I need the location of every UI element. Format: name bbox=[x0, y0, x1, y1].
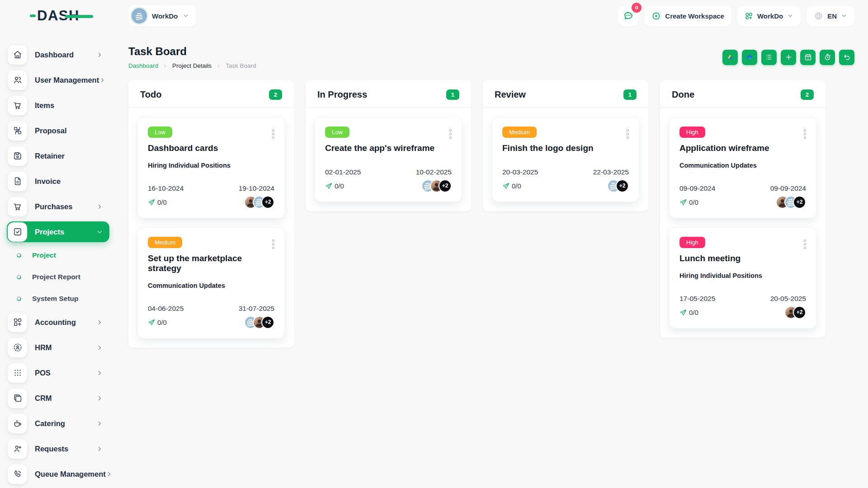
task-title: Application wireframe bbox=[679, 143, 806, 153]
onedrive-icon bbox=[745, 53, 754, 61]
task-card[interactable]: Medium Finish the logo design 20-03-2025… bbox=[492, 117, 639, 202]
google-drive-button[interactable] bbox=[722, 50, 738, 65]
send-icon bbox=[148, 319, 156, 326]
task-progress-value: 0/0 bbox=[157, 198, 167, 206]
sidebar-item-retainer[interactable]: Retainer bbox=[7, 145, 109, 166]
create-workspace-button[interactable]: Create Workspace bbox=[644, 6, 731, 26]
assignee-avatars: +2 bbox=[244, 196, 274, 209]
task-card[interactable]: High Application wireframe Communication… bbox=[669, 117, 816, 218]
copy-icon bbox=[8, 389, 27, 408]
workspace-avatar bbox=[132, 8, 147, 23]
card-menu-button[interactable] bbox=[803, 239, 807, 250]
sidebar-subitem-project-report[interactable]: Project Report bbox=[7, 268, 109, 286]
workspace-dropdown-label: WorkDo bbox=[757, 12, 783, 20]
task-card[interactable]: Low Dashboard cards Hiring Individual Po… bbox=[137, 117, 285, 218]
sidebar-item-proposal[interactable]: Proposal bbox=[7, 120, 109, 141]
column-divider bbox=[660, 108, 826, 108]
priority-badge: Medium bbox=[148, 237, 182, 248]
task-progress: 0/0 bbox=[502, 182, 521, 190]
column-title: In Progress bbox=[317, 89, 367, 100]
sidebar-item-projects[interactable]: Projects bbox=[7, 221, 109, 242]
list-view-button[interactable] bbox=[761, 50, 777, 65]
hrm-icon bbox=[8, 338, 27, 357]
sidebar-subitem-project[interactable]: Project bbox=[7, 247, 109, 264]
task-milestone: Communication Updates bbox=[679, 162, 806, 169]
column-divider bbox=[306, 108, 471, 108]
card-menu-button[interactable] bbox=[271, 128, 275, 140]
task-start-date: 09-09-2024 bbox=[679, 184, 715, 192]
user-plus-icon bbox=[8, 439, 27, 459]
chat-bubble-icon bbox=[623, 10, 634, 21]
dots-grid-icon bbox=[8, 363, 27, 383]
globe-icon bbox=[814, 11, 823, 21]
column-title: Review bbox=[495, 89, 526, 100]
calendar-button[interactable] bbox=[800, 50, 816, 65]
chevron-right-icon bbox=[106, 471, 113, 478]
home-icon bbox=[8, 45, 27, 65]
card-menu-button[interactable] bbox=[803, 128, 807, 140]
language-selector[interactable]: EN bbox=[807, 6, 854, 26]
onedrive-button[interactable] bbox=[742, 50, 757, 65]
sidebar-item-user-management[interactable]: User Management bbox=[7, 70, 109, 90]
sidebar-item-label: Retainer bbox=[35, 152, 96, 160]
phone-icon bbox=[8, 465, 27, 484]
plus-icon bbox=[784, 53, 793, 61]
card-menu-button[interactable] bbox=[448, 128, 453, 140]
breadcrumb: Dashboard Project Details Task Board bbox=[128, 62, 256, 69]
users-icon bbox=[8, 70, 27, 90]
back-button[interactable] bbox=[839, 50, 854, 65]
task-end-date: 22-03-2025 bbox=[593, 168, 629, 176]
extra-assignees-badge: +2 bbox=[793, 306, 806, 319]
task-milestone: Hiring Individual Positions bbox=[148, 162, 274, 169]
sidebar-item-pos[interactable]: POS bbox=[7, 362, 109, 383]
assignee-avatars: +2 bbox=[784, 306, 806, 319]
task-end-date: 10-02-2025 bbox=[416, 168, 452, 176]
sidebar-item-purchases[interactable]: Purchases bbox=[7, 196, 109, 217]
calendar-icon bbox=[804, 53, 812, 61]
sidebar-item-label: Dashboard bbox=[35, 51, 96, 59]
workspace-dropdown[interactable]: WorkDo bbox=[737, 6, 801, 26]
task-card[interactable]: High Lunch meeting Hiring Individual Pos… bbox=[669, 227, 816, 328]
workspace-switcher[interactable]: WorkDo bbox=[128, 5, 196, 26]
task-start-date: 04-06-2025 bbox=[148, 305, 184, 313]
messages-button[interactable]: 0 bbox=[618, 6, 638, 26]
chevron-right-icon bbox=[96, 395, 103, 402]
language-code: EN bbox=[827, 12, 837, 20]
chevron-right-icon bbox=[96, 203, 103, 210]
timer-button[interactable] bbox=[820, 50, 835, 65]
assignee-avatars: +2 bbox=[607, 179, 629, 192]
brand-logo[interactable]: DASH bbox=[30, 8, 80, 24]
sidebar-item-items[interactable]: Items bbox=[7, 95, 109, 116]
extra-assignees-badge: +2 bbox=[439, 179, 452, 192]
sidebar-item-accounting[interactable]: Accounting bbox=[7, 312, 109, 333]
breadcrumb-separator-icon bbox=[163, 63, 168, 68]
workspace-name: WorkDo bbox=[152, 12, 178, 20]
breadcrumb-dashboard-link[interactable]: Dashboard bbox=[128, 62, 158, 69]
card-menu-button[interactable] bbox=[626, 128, 630, 140]
assignee-avatars: +2 bbox=[421, 179, 452, 192]
chevron-right-icon bbox=[96, 446, 103, 452]
page-header: Task Board Dashboard Project Details Tas… bbox=[128, 45, 854, 69]
sidebar-item-requests[interactable]: Requests bbox=[7, 438, 109, 459]
sidebar-item-catering[interactable]: Catering bbox=[7, 413, 109, 434]
card-menu-button[interactable] bbox=[271, 239, 275, 250]
add-task-button[interactable] bbox=[781, 50, 796, 65]
chevron-right-icon bbox=[96, 420, 103, 427]
column-title: Done bbox=[672, 89, 694, 100]
column-cards: Low Dashboard cards Hiring Individual Po… bbox=[128, 117, 294, 338]
coffee-icon bbox=[8, 414, 27, 433]
task-card[interactable]: Medium Set up the marketplace strategy C… bbox=[137, 227, 285, 338]
column-count-badge: 2 bbox=[269, 89, 282, 100]
sidebar-item-invoice[interactable]: Invoice bbox=[7, 171, 109, 192]
breadcrumb-project-details-link[interactable]: Project Details bbox=[172, 62, 212, 69]
sidebar-item-crm[interactable]: CRM bbox=[7, 388, 109, 408]
sidebar-item-hrm[interactable]: HRM bbox=[7, 337, 109, 358]
sidebar-item-dashboard[interactable]: Dashboard bbox=[7, 44, 109, 65]
assignee-avatars: +2 bbox=[776, 196, 806, 209]
task-title: Create the app's wireframe bbox=[325, 143, 452, 153]
task-card[interactable]: Low Create the app's wireframe 02-01-202… bbox=[315, 117, 462, 202]
sidebar-subitem-system-setup[interactable]: System Setup bbox=[7, 290, 109, 307]
page-title: Task Board bbox=[128, 45, 256, 58]
sidebar-item-queue-management[interactable]: Queue Management bbox=[7, 464, 109, 484]
task-start-date: 20-03-2025 bbox=[502, 168, 538, 176]
